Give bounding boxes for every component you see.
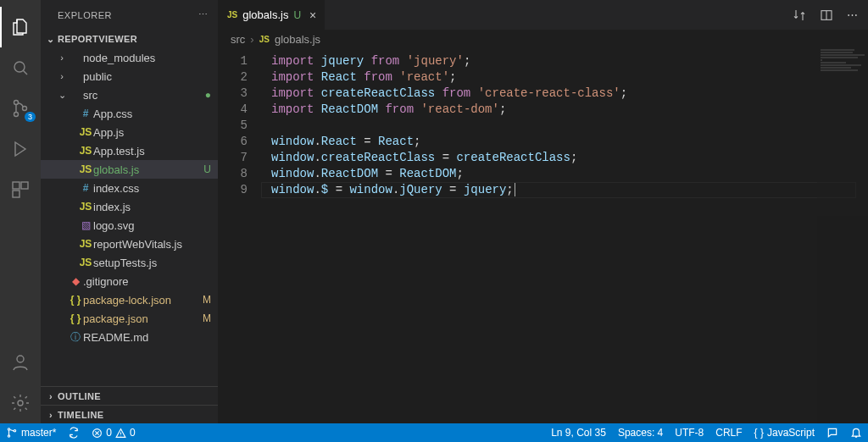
braces-icon: { } (754, 427, 764, 439)
status-eol[interactable]: CRLF (709, 423, 748, 442)
status-notifications[interactable] (844, 423, 868, 442)
account-icon (10, 352, 31, 373)
activity-settings[interactable] (0, 383, 41, 423)
tree-item-app-test-js[interactable]: JSApp.test.js (41, 141, 218, 160)
files-icon (10, 17, 31, 37)
tree-item-label: setupTests.js (93, 257, 211, 269)
explorer-more-icon[interactable]: ⋯ (198, 9, 209, 20)
chevron-right-icon: › (250, 33, 253, 46)
git-status-badge: M (203, 294, 211, 306)
compare-changes-icon[interactable] (793, 8, 806, 22)
tab-label: globals.js (242, 8, 288, 21)
line-number: 9 (219, 182, 248, 198)
js-icon: JS (78, 126, 93, 138)
close-icon[interactable]: × (309, 8, 316, 22)
tree-item-label: logo.svg (93, 219, 211, 232)
sync-icon (68, 427, 80, 439)
svg-point-8 (18, 401, 23, 406)
code-line: import jquery from 'jquery'; (271, 53, 627, 69)
chevron-right-icon: › (44, 391, 58, 401)
activity-explorer[interactable] (0, 7, 41, 47)
status-feedback[interactable] (821, 423, 844, 442)
status-cursor-position[interactable]: Ln 9, Col 35 (545, 423, 612, 442)
tree-item-pkg[interactable]: { }package.jsonM (41, 309, 218, 328)
tree-item-index-css[interactable]: #index.css (41, 179, 218, 197)
status-sync[interactable] (62, 423, 86, 442)
line-number: 3 (219, 86, 248, 102)
tree-item-app-css[interactable]: #App.css (41, 104, 218, 123)
svg-point-11 (8, 435, 9, 437)
status-language[interactable]: { } JavaScript (748, 423, 821, 442)
tree-item-logo-svg[interactable]: ▧logo.svg (41, 216, 218, 235)
run-debug-icon (10, 139, 31, 159)
tree-item-app-js[interactable]: JSApp.js (41, 123, 218, 141)
line-number: 4 (219, 102, 248, 118)
text-cursor (515, 183, 515, 196)
js-icon: JS (78, 163, 93, 175)
tree-item-globals-js[interactable]: JSglobals.jsU (41, 160, 218, 179)
tree-item-setuptests[interactable]: JSsetupTests.js (41, 253, 218, 272)
code-line: import ReactDOM from 'react-dom'; (271, 102, 627, 118)
tree-item-index-js[interactable]: JSindex.js (41, 197, 218, 216)
activity-scm[interactable]: 3 (0, 88, 41, 129)
tree-item-gitignore[interactable]: ◆.gitignore (41, 272, 218, 290)
tree-item-label: reportWebVitals.js (93, 238, 211, 251)
status-encoding[interactable]: UTF-8 (669, 423, 709, 442)
git-status-badge: ● (205, 89, 211, 101)
file-tree: ›node_modules›public⌄src●#App.cssJSApp.j… (41, 48, 218, 386)
outline-title: OUTLINE (58, 391, 101, 401)
feedback-icon (826, 427, 838, 439)
svg-point-10 (8, 428, 9, 430)
breadcrumb-file: globals.js (275, 33, 320, 46)
workspace-header[interactable]: ⌄ REPORTVIEWER (41, 30, 218, 48)
split-editor-icon[interactable] (820, 8, 833, 22)
tree-item-label: index.css (93, 182, 211, 195)
svg-point-1 (14, 101, 19, 105)
tree-item-node_modules[interactable]: ›node_modules (41, 48, 218, 67)
editor-area: JS globals.js U × ⋯ src › JS globals.js … (219, 0, 868, 423)
activity-debug[interactable] (0, 129, 41, 169)
chevron-down-icon: ⌄ (44, 34, 58, 45)
code-line: window.ReactDOM = ReactDOM; (271, 166, 627, 182)
tree-item-readme[interactable]: ⓘREADME.md (41, 328, 218, 346)
tree-item-label: index.js (93, 201, 211, 213)
outline-header[interactable]: › OUTLINE (41, 386, 218, 405)
tab-globals-js[interactable]: JS globals.js U × (219, 0, 326, 30)
error-icon (92, 428, 103, 439)
code-editor[interactable]: 123456789 import jquery from 'jquery';im… (219, 48, 868, 423)
tree-item-label: src (83, 89, 202, 102)
scm-badge: 3 (25, 112, 36, 122)
timeline-header[interactable]: › TIMELINE (41, 405, 218, 423)
activity-account[interactable] (0, 342, 41, 383)
git-status-badge: M (203, 312, 211, 324)
svg-point-7 (17, 356, 24, 362)
status-branch[interactable]: master* (0, 423, 62, 442)
chevron-right-icon: › (44, 410, 58, 420)
status-indentation[interactable]: Spaces: 4 (612, 423, 669, 442)
more-icon[interactable]: ⋯ (847, 8, 858, 21)
tree-item-public[interactable]: ›public (41, 67, 218, 86)
tree-item-pkg-lock[interactable]: { }package-lock.jsonM (41, 290, 218, 309)
warning-icon (115, 428, 126, 439)
tree-item-label: package-lock.json (83, 294, 199, 307)
css-icon: # (78, 108, 93, 119)
timeline-title: TIMELINE (58, 410, 104, 420)
explorer-title: EXPLORER (58, 10, 112, 20)
line-number: 8 (219, 166, 248, 182)
json-icon: { } (68, 294, 83, 306)
svg-rect-5 (21, 182, 28, 189)
line-number: 7 (219, 150, 248, 166)
code-line (271, 118, 627, 134)
activity-search[interactable] (0, 47, 41, 88)
line-number: 2 (219, 69, 248, 86)
js-icon: JS (259, 35, 270, 44)
code-line: window.$ = window.jQuery = jquery; (271, 182, 627, 198)
tree-item-src[interactable]: ⌄src● (41, 86, 218, 104)
status-problems[interactable]: 0 0 (86, 423, 141, 442)
minimap[interactable] (817, 48, 868, 423)
branch-name: master* (21, 427, 56, 439)
activity-extensions[interactable] (0, 169, 41, 210)
breadcrumbs[interactable]: src › JS globals.js (219, 30, 868, 48)
tree-item-reportwebvitals[interactable]: JSreportWebVitals.js (41, 235, 218, 253)
svg-point-12 (14, 430, 15, 432)
